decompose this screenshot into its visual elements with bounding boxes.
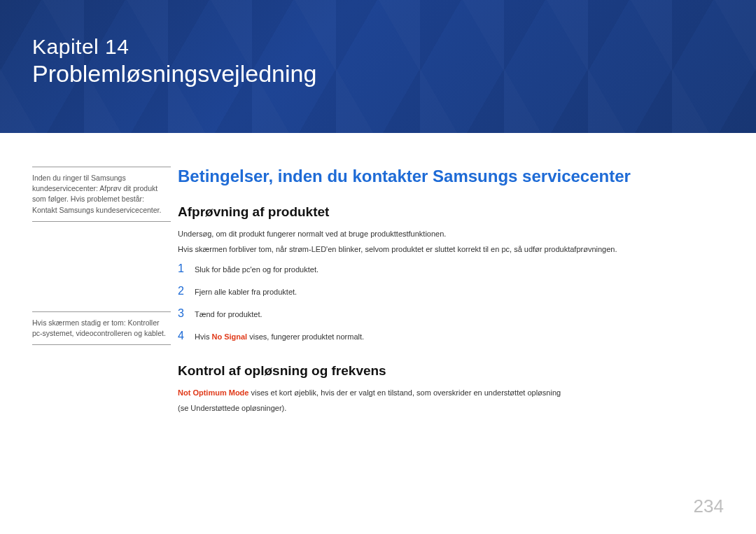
bold-term: Not Optimum Mode xyxy=(178,388,248,397)
step-item: 1 Sluk for både pc'en og for produktet. xyxy=(178,262,724,275)
sidebar-note-1: Inden du ringer til Samsungs kundeservic… xyxy=(32,167,171,222)
section-resolution: Kontrol af opløsning og frekvens Not Opt… xyxy=(178,363,724,414)
document-page: Kapitel 14 Problemløsningsvejledning Ind… xyxy=(0,0,756,534)
step-item: 3 Tænd for produktet. xyxy=(178,307,724,320)
step-item: 4 Hvis No Signal vises, fungerer produkt… xyxy=(178,330,724,342)
step-number: 3 xyxy=(178,307,195,320)
step-prefix: Hvis xyxy=(195,332,211,341)
step-text: Fjern alle kabler fra produktet. xyxy=(195,288,297,296)
page-number: 234 xyxy=(694,496,724,517)
step-item: 2 Fjern alle kabler fra produktet. xyxy=(178,285,724,297)
subsection-heading: Kontrol af opløsning og frekvens xyxy=(178,363,724,379)
paragraph: (se Understøttede opløsninger). xyxy=(178,402,724,415)
sidebar-note-2: Hvis skærmen stadig er tom: Kontroller p… xyxy=(32,311,171,345)
chapter-label: Kapitel 14 xyxy=(32,35,756,59)
step-number: 2 xyxy=(178,285,195,297)
paragraph: Not Optimum Mode vises et kort øjeblik, … xyxy=(178,387,724,400)
text-after-bold: vises et kort øjeblik, hvis der er valgt… xyxy=(248,388,561,397)
step-text: Tænd for produktet. xyxy=(195,310,262,318)
step-text: Sluk for både pc'en og for produktet. xyxy=(195,265,318,274)
paragraph: Hvis skærmen forbliver tom, når strøm-LE… xyxy=(178,244,724,256)
main-column: Betingelser, inden du kontakter Samsungs… xyxy=(171,167,724,417)
step-suffix: vises, fungerer produktet normalt. xyxy=(247,332,364,341)
step-text: Hvis No Signal vises, fungerer produktet… xyxy=(195,332,364,341)
subsection-heading: Afprøvning af produktet xyxy=(178,204,724,220)
step-number: 1 xyxy=(178,262,195,275)
step-number: 4 xyxy=(178,330,195,342)
section-heading-blue: Betingelser, inden du kontakter Samsungs… xyxy=(178,167,724,186)
chapter-header: Kapitel 14 Problemløsningsvejledning xyxy=(0,0,756,133)
step-bold-term: No Signal xyxy=(211,332,247,341)
content-area: Inden du ringer til Samsungs kundeservic… xyxy=(0,133,756,417)
sidebar: Inden du ringer til Samsungs kundeservic… xyxy=(32,167,171,417)
chapter-title: Problemløsningsvejledning xyxy=(32,60,756,87)
step-list: 1 Sluk for både pc'en og for produktet. … xyxy=(178,262,724,342)
section-testing: Afprøvning af produktet Undersøg, om dit… xyxy=(178,204,724,342)
paragraph: Undersøg, om dit produkt fungerer normal… xyxy=(178,228,724,241)
